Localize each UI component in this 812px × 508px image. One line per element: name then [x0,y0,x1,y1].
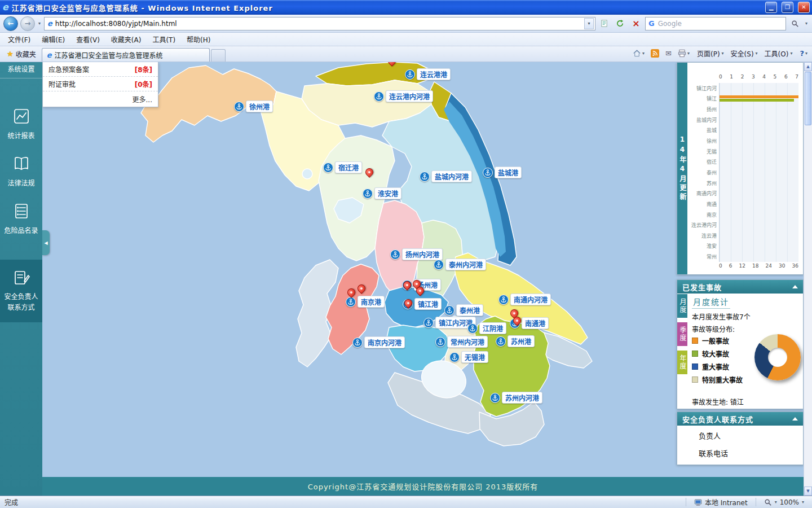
port-marker[interactable]: 常州内河港 [435,336,488,348]
accident-tab-月度[interactable]: 月度 [677,294,687,318]
dropdown-icon: ▾ [722,51,724,56]
sidebar-item-危险品名录[interactable]: 危险品名录 [0,196,42,243]
minimize-button[interactable]: ▁ [765,2,777,13]
port-marker[interactable]: 徐州港 [234,100,273,112]
axis-tick: 6 [729,263,732,271]
menu-item[interactable]: 查看(V) [70,33,105,46]
port-marker[interactable]: 南通内河港 [498,294,551,305]
notice-row[interactable]: 应急预案备案[8条] [43,62,158,77]
accident-panel-header[interactable]: 已发生事故 [677,280,803,294]
toolbar-button[interactable]: 工具(O)▾ [761,47,796,60]
chart-row-label: 连云港 [689,230,719,241]
help-button[interactable]: ?▾ [797,48,810,59]
address-bar: ← → ▾ e http://localhost:8080/yjpt/Main.… [0,15,812,33]
refresh-button[interactable] [614,17,627,30]
compatibility-button[interactable] [598,17,611,30]
search-dropdown-icon[interactable]: ▾ [804,21,809,26]
map[interactable]: 应急预案备案[8条]附证审批[0条] 更多... ◀ 连云港港连云港内河港徐州港… [42,62,804,477]
maximize-button[interactable]: ❐ [782,2,793,13]
browser-tab[interactable]: e 江苏省港口安全监管与应急管理系统 [42,48,210,62]
notice-row[interactable]: 附证审批[0条] [43,77,158,91]
intranet-zone-icon [694,498,702,506]
port-label: 苏州内河港 [502,392,542,404]
collapse-arrow-icon[interactable] [792,285,798,288]
port-marker[interactable]: 连云港内河港 [374,90,433,102]
zoom-dropdown-icon[interactable]: ▾ [775,500,777,505]
legend-swatch [692,376,698,383]
sidebar-item-统计报表[interactable]: 统计报表 [0,101,42,148]
port-marker[interactable]: 宿迁港 [323,161,362,173]
port-label: 宿迁港 [335,161,362,173]
history-dropdown-icon[interactable]: ▾ [37,21,42,26]
collapse-arrow-icon[interactable] [792,417,798,421]
toolbar-button[interactable]: 页面(P)▾ [694,47,727,60]
sidebar-collapse-handle[interactable]: ◀ [42,230,50,255]
new-tab-stub[interactable] [211,49,226,62]
sidebar-item-法律法规[interactable]: 法律法规 [0,148,42,196]
compatibility-icon [600,19,608,28]
close-button[interactable]: ✕ [798,2,810,13]
favorites-button[interactable]: ★ 收藏夹 [2,47,41,62]
sidebar-item-system-settings[interactable]: 系统设置 [0,62,42,78]
accident-location: 事故发生地: 镇江 [692,397,744,406]
menu-item[interactable]: 收藏夹(A) [105,33,147,46]
search-button[interactable] [788,17,802,30]
port-marker[interactable]: 连云港港 [405,68,451,80]
scroll-up-button[interactable]: ▲ [804,62,812,71]
toolbar-button[interactable]: 安全(S)▾ [727,47,761,60]
scroll-thumb[interactable] [805,72,811,125]
help-dropdown-icon[interactable]: ▾ [805,51,807,56]
chart-bottom-axis: 061218243036 [719,263,798,271]
sidebar-item-安全负责人联系方式[interactable]: 安全负责人联系方式 [0,260,42,322]
menu-item[interactable]: 帮助(H) [181,33,216,46]
stop-button[interactable]: × [629,17,643,30]
chart-row: 苏州 [689,178,798,189]
legend-label: 较大事故 [702,349,729,358]
zone-label: 本地 Intranet [705,497,748,507]
port-marker[interactable]: 泰州港 [444,304,483,316]
url-text[interactable]: http://localhost:8080/yjpt/Main.html [55,20,581,28]
scroll-track[interactable] [804,71,812,487]
back-button[interactable]: ← [3,16,18,31]
port-marker[interactable]: 淮安港 [363,187,401,199]
port-label: 江阴港 [479,322,506,334]
accident-tab-季度[interactable]: 季度 [677,322,687,346]
port-marker[interactable]: 江阴港 [467,322,506,334]
port-marker[interactable]: 泰州内河港 [434,259,486,270]
url-field[interactable]: e http://localhost:8080/yjpt/Main.html ▾ [44,17,595,30]
zoom-level-dropdown-icon[interactable]: ▾ [802,500,804,505]
port-label: 泰州港 [456,304,483,316]
port-marker[interactable]: 苏州港 [496,335,535,347]
notice-more-link[interactable]: 更多... [43,91,158,107]
port-marker[interactable]: 盐城内河港 [420,170,472,182]
read-mail-button[interactable]: ✉ [663,48,674,59]
sidebar-item-label: 法律法规 [7,178,34,189]
accident-tab-年度[interactable]: 年度 [677,351,687,374]
search-input[interactable]: Google [658,20,783,28]
chart-row-label: 无锡 [689,146,719,157]
port-marker[interactable]: 南京内河港 [352,336,405,348]
scroll-down-button[interactable]: ▼ [804,487,812,496]
chart-row-label: 南京 [689,209,719,220]
menu-item[interactable]: 工具(T) [147,33,181,46]
forward-button[interactable]: → [20,16,35,31]
contact-panel-header[interactable]: 安全负责人联系方式 [677,412,803,426]
chart-row: 南京 [689,209,798,220]
print-dropdown-icon[interactable]: ▾ [687,51,690,56]
feeds-button[interactable] [648,48,661,59]
menu-item[interactable]: 编辑(E) [36,33,70,46]
menu-item[interactable]: 文件(F) [2,33,36,46]
chart-row: 淮安 [689,241,798,252]
port-marker[interactable]: 苏州内河港 [490,392,542,404]
home-button[interactable]: ▾ [630,48,647,59]
vertical-scrollbar[interactable]: ▲ ▼ [804,62,812,496]
print-button[interactable]: ▾ [676,48,692,59]
zoom-control[interactable]: ▾ 100% ▾ [761,498,807,506]
port-marker[interactable]: 盐城港 [483,167,522,178]
url-dropdown-button[interactable]: ▾ [584,18,594,29]
home-dropdown-icon[interactable]: ▾ [642,51,645,56]
search-box[interactable]: G Google [645,17,786,30]
port-marker[interactable]: 无锡港 [449,351,488,363]
chart-row-track [719,167,798,178]
axis-tick: 0 [719,74,722,82]
